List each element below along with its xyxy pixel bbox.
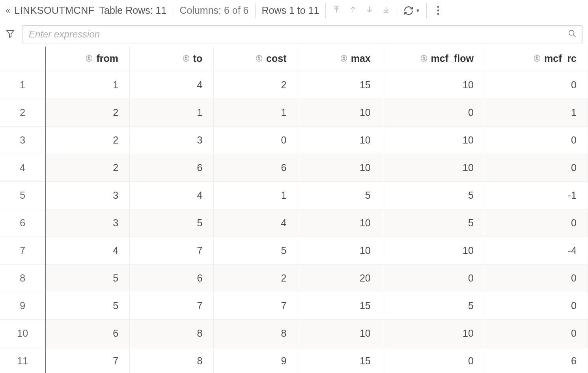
- cell-from[interactable]: 7: [45, 347, 129, 373]
- row-number-cell[interactable]: 8: [0, 264, 45, 292]
- cell-to[interactable]: 1: [130, 99, 214, 126]
- cell-mcf_flow[interactable]: 0: [382, 347, 485, 373]
- row-number-cell[interactable]: 10: [0, 319, 45, 347]
- cell-max[interactable]: 10: [298, 99, 382, 126]
- cell-max[interactable]: 10: [298, 126, 382, 154]
- cell-to[interactable]: 3: [130, 126, 214, 154]
- cell-to[interactable]: 5: [130, 209, 214, 237]
- more-options-button[interactable]: ⋮: [433, 4, 442, 17]
- row-number-cell[interactable]: 4: [0, 154, 45, 181]
- cell-cost[interactable]: 8: [214, 319, 298, 347]
- cell-from[interactable]: 2: [45, 154, 129, 181]
- table-row[interactable]: 1068810100: [0, 319, 588, 347]
- column-header-cost[interactable]: cost: [214, 47, 298, 71]
- cell-mcf_rc[interactable]: 6: [485, 347, 588, 373]
- cell-to[interactable]: 6: [130, 264, 214, 292]
- table-row[interactable]: 85622000: [0, 264, 588, 292]
- row-number-cell[interactable]: 2: [0, 99, 45, 126]
- cell-from[interactable]: 5: [45, 292, 129, 319]
- cell-cost[interactable]: 0: [214, 126, 298, 154]
- cell-mcf_flow[interactable]: 10: [382, 319, 485, 347]
- cell-mcf_flow[interactable]: 10: [382, 126, 485, 154]
- cell-from[interactable]: 2: [45, 126, 129, 154]
- go-last-icon[interactable]: [382, 5, 390, 16]
- column-header-mcf-rc[interactable]: mcf_rc: [485, 47, 588, 71]
- cell-mcf_rc[interactable]: 0: [485, 319, 588, 347]
- cell-max[interactable]: 20: [298, 264, 382, 292]
- filter-icon[interactable]: [6, 29, 15, 40]
- cell-mcf_rc[interactable]: 0: [485, 71, 588, 99]
- table-row[interactable]: 117891506: [0, 347, 588, 373]
- cell-mcf_flow[interactable]: 10: [382, 237, 485, 264]
- cell-cost[interactable]: 1: [214, 99, 298, 126]
- table-row[interactable]: 63541050: [0, 209, 588, 237]
- cell-max[interactable]: 10: [298, 209, 382, 237]
- cell-max[interactable]: 15: [298, 71, 382, 99]
- cell-mcf_rc[interactable]: 0: [485, 209, 588, 237]
- cell-mcf_flow[interactable]: 5: [382, 181, 485, 209]
- cell-mcf_flow[interactable]: 0: [382, 99, 485, 126]
- cell-mcf_flow[interactable]: 10: [382, 154, 485, 181]
- cell-mcf_rc[interactable]: 0: [485, 264, 588, 292]
- cell-mcf_flow[interactable]: 10: [382, 71, 485, 99]
- cell-mcf_flow[interactable]: 5: [382, 292, 485, 319]
- back-button[interactable]: «: [6, 6, 14, 16]
- column-header-max[interactable]: max: [298, 47, 382, 71]
- cell-mcf_rc[interactable]: 0: [485, 292, 588, 319]
- cell-from[interactable]: 3: [45, 181, 129, 209]
- row-number-cell[interactable]: 6: [0, 209, 45, 237]
- row-number-cell[interactable]: 5: [0, 181, 45, 209]
- cell-max[interactable]: 10: [298, 154, 382, 181]
- cell-from[interactable]: 1: [45, 71, 129, 99]
- cell-to[interactable]: 7: [130, 237, 214, 264]
- row-number-cell[interactable]: 1: [0, 71, 45, 99]
- cell-from[interactable]: 6: [45, 319, 129, 347]
- table-row[interactable]: 114215100: [0, 71, 588, 99]
- cell-mcf_rc[interactable]: 0: [485, 154, 588, 181]
- cell-max[interactable]: 10: [298, 237, 382, 264]
- table-row[interactable]: 22111001: [0, 99, 588, 126]
- column-header-mcf-flow[interactable]: mcf_flow: [382, 47, 485, 71]
- cell-max[interactable]: 15: [298, 347, 382, 373]
- cell-mcf_rc[interactable]: -4: [485, 237, 588, 264]
- column-header-from[interactable]: from: [45, 47, 129, 71]
- table-row[interactable]: 95771550: [0, 292, 588, 319]
- cell-mcf_flow[interactable]: 5: [382, 209, 485, 237]
- cell-mcf_rc[interactable]: 1: [485, 99, 588, 126]
- cell-to[interactable]: 8: [130, 319, 214, 347]
- search-icon[interactable]: [568, 29, 577, 39]
- cell-cost[interactable]: 5: [214, 237, 298, 264]
- cell-cost[interactable]: 9: [214, 347, 298, 373]
- cell-to[interactable]: 8: [130, 347, 214, 373]
- cell-from[interactable]: 3: [45, 209, 129, 237]
- cell-to[interactable]: 4: [130, 181, 214, 209]
- table-row[interactable]: 323010100: [0, 126, 588, 154]
- row-number-cell[interactable]: 11: [0, 347, 45, 373]
- cell-cost[interactable]: 4: [214, 209, 298, 237]
- expression-input[interactable]: [28, 28, 568, 40]
- column-header-to[interactable]: to: [130, 47, 214, 71]
- table-row[interactable]: 534155-1: [0, 181, 588, 209]
- row-number-cell[interactable]: 3: [0, 126, 45, 154]
- cell-mcf_flow[interactable]: 0: [382, 264, 485, 292]
- cell-cost[interactable]: 6: [214, 154, 298, 181]
- cell-cost[interactable]: 2: [214, 264, 298, 292]
- cell-from[interactable]: 4: [45, 237, 129, 264]
- cell-max[interactable]: 10: [298, 319, 382, 347]
- cell-to[interactable]: 7: [130, 292, 214, 319]
- row-number-cell[interactable]: 7: [0, 237, 45, 264]
- cell-from[interactable]: 5: [45, 264, 129, 292]
- go-first-icon[interactable]: [332, 5, 341, 16]
- cell-cost[interactable]: 1: [214, 181, 298, 209]
- cell-from[interactable]: 2: [45, 99, 129, 126]
- cell-max[interactable]: 5: [298, 181, 382, 209]
- go-prev-icon[interactable]: [349, 5, 357, 16]
- cell-to[interactable]: 4: [130, 71, 214, 99]
- cell-cost[interactable]: 2: [214, 71, 298, 99]
- refresh-button[interactable]: ▼: [403, 6, 420, 16]
- go-next-icon[interactable]: [365, 5, 374, 16]
- cell-max[interactable]: 15: [298, 292, 382, 319]
- cell-to[interactable]: 6: [130, 154, 214, 181]
- cell-cost[interactable]: 7: [214, 292, 298, 319]
- row-number-cell[interactable]: 9: [0, 292, 45, 319]
